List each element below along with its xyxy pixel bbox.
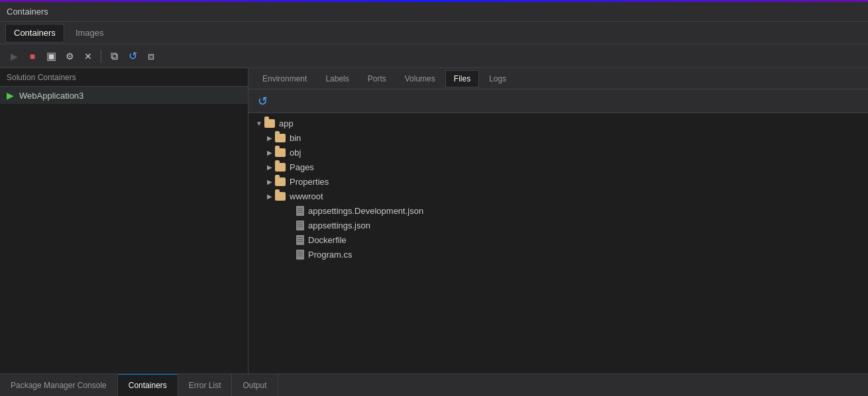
- arrow-app: ▼: [254, 118, 264, 128]
- file-tree: ▼ app ▶ bin ▶ obj ▶: [248, 113, 868, 373]
- folder-icon-properties: [275, 177, 286, 186]
- folder-icon-wwwroot: [275, 192, 286, 201]
- title-text: Containers: [7, 7, 48, 17]
- file-icon-programcs: [296, 250, 304, 260]
- file-icon-dockerfile: [296, 235, 304, 245]
- attach-button[interactable]: ▣: [42, 48, 60, 65]
- file-icon-appsettings: [296, 221, 304, 230]
- bottom-tab-pkg-manager[interactable]: Package Manager Console: [0, 374, 118, 397]
- tree-label-bin: bin: [290, 133, 301, 143]
- tree-label-appsettings: appsettings.json: [308, 221, 370, 230]
- remove-button[interactable]: ✕: [80, 48, 97, 65]
- tab-ports[interactable]: Ports: [359, 70, 395, 87]
- arrow-placeholder-1: [286, 205, 296, 216]
- tree-label-obj: obj: [290, 148, 301, 158]
- tree-item-wwwroot[interactable]: ▶ wwwroot: [248, 189, 868, 203]
- tree-item-properties[interactable]: ▶ Properties: [248, 174, 868, 189]
- terminal-button[interactable]: ⧈: [142, 48, 160, 65]
- tree-label-pages: Pages: [290, 162, 314, 172]
- main-content: Containers Images ▶ ■ ▣ ⚙ ✕ ⧉ ↺ ⧈ Soluti…: [0, 22, 868, 373]
- tree-item-obj[interactable]: ▶ obj: [248, 145, 868, 160]
- tab-labels[interactable]: Labels: [317, 70, 357, 87]
- arrow-pages: ▶: [264, 162, 275, 172]
- stop-button[interactable]: ■: [24, 48, 41, 65]
- arrow-placeholder-3: [286, 234, 296, 245]
- arrow-bin: ▶: [264, 132, 275, 143]
- bottom-tabs: Package Manager Console Containers Error…: [0, 373, 868, 396]
- solution-containers-label: Solution Containers: [7, 73, 76, 82]
- tree-label-app: app: [279, 119, 294, 128]
- container-item-webapp3[interactable]: ▶ WebApplication3: [0, 87, 248, 104]
- toolbar-separator-1: [101, 50, 101, 63]
- tree-label-properties: Properties: [290, 177, 329, 187]
- copy-button[interactable]: ⧉: [105, 48, 123, 65]
- tree-label-dockerfile: Dockerfile: [308, 235, 347, 245]
- tab-files[interactable]: Files: [445, 70, 479, 87]
- folder-icon-bin: [275, 134, 286, 142]
- tree-item-dockerfile[interactable]: Dockerfile: [248, 232, 868, 247]
- tab-environment[interactable]: Environment: [254, 70, 315, 87]
- arrow-properties: ▶: [264, 176, 275, 187]
- container-name-webapp3: WebApplication3: [19, 91, 83, 101]
- top-tab-bar: Containers Images: [0, 22, 868, 44]
- tab-logs[interactable]: Logs: [480, 70, 515, 87]
- right-toolbar: ↺: [248, 89, 868, 113]
- workspace: Solution Containers ▶ WebApplication3 En…: [0, 68, 868, 373]
- left-panel: Solution Containers ▶ WebApplication3: [0, 68, 248, 373]
- running-icon: ▶: [7, 90, 14, 101]
- tree-item-bin[interactable]: ▶ bin: [248, 130, 868, 145]
- tab-volumes[interactable]: Volumes: [396, 70, 444, 87]
- folder-icon-obj: [275, 148, 286, 157]
- arrow-obj: ▶: [264, 147, 275, 158]
- tree-item-pages[interactable]: ▶ Pages: [248, 160, 868, 174]
- tab-images[interactable]: Images: [67, 24, 113, 42]
- arrow-placeholder-2: [286, 220, 296, 230]
- tree-item-app[interactable]: ▼ app: [248, 116, 868, 130]
- folder-icon-pages: [275, 163, 286, 172]
- tree-label-programcs: Program.cs: [308, 250, 352, 260]
- tree-label-wwwroot: wwwroot: [290, 191, 323, 201]
- bottom-tab-output[interactable]: Output: [232, 374, 278, 397]
- tree-item-programcs[interactable]: Program.cs: [248, 247, 868, 262]
- arrow-placeholder-4: [286, 249, 296, 260]
- container-list: ▶ WebApplication3: [0, 87, 248, 373]
- arrow-wwwroot: ▶: [264, 191, 275, 201]
- tab-containers[interactable]: Containers: [5, 24, 64, 42]
- tree-item-appsettings[interactable]: appsettings.json: [248, 218, 868, 232]
- main-toolbar: ▶ ■ ▣ ⚙ ✕ ⧉ ↺ ⧈: [0, 44, 868, 68]
- panel-header: Solution Containers: [0, 68, 248, 87]
- files-refresh-button[interactable]: ↺: [254, 93, 271, 110]
- folder-icon-app: [264, 119, 275, 128]
- title-bar: Containers: [0, 2, 868, 22]
- detail-tabs: Environment Labels Ports Volumes Files L…: [248, 68, 868, 89]
- bottom-tab-error-list[interactable]: Error List: [178, 374, 233, 397]
- tree-item-appsettings-dev[interactable]: appsettings.Development.json: [248, 203, 868, 218]
- refresh-button[interactable]: ↺: [124, 48, 141, 65]
- settings-button[interactable]: ⚙: [61, 48, 78, 65]
- play-button[interactable]: ▶: [5, 48, 23, 65]
- tree-label-appsettings-dev: appsettings.Development.json: [308, 206, 423, 216]
- right-panel: Environment Labels Ports Volumes Files L…: [248, 68, 868, 373]
- file-icon-appsettings-dev: [296, 206, 304, 216]
- bottom-tab-containers[interactable]: Containers: [118, 374, 178, 397]
